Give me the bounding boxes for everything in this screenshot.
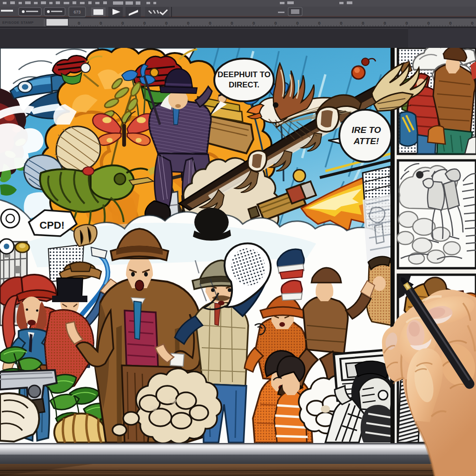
svg-text:IRE TO: IRE TO [352,125,381,135]
svg-text:0: 0 [449,20,451,26]
svg-text:0: 0 [143,20,145,26]
svg-text:0: 0 [165,20,167,26]
svg-text:CPD!: CPD! [40,219,65,231]
svg-text:0: 0 [362,20,364,26]
svg-text:0: 0 [274,20,277,26]
svg-text:DIRECT.: DIRECT. [229,80,259,89]
svg-text:0: 0 [296,20,298,26]
svg-text:0: 0 [231,20,233,26]
svg-text:0: 0 [209,20,211,26]
svg-text:0: 0 [340,20,342,26]
svg-text:0: 0 [99,20,102,26]
svg-text:0: 0 [318,20,320,26]
svg-text:DEEPHUIT TO: DEEPHUIT TO [218,70,271,79]
svg-text:EPISODE STAMP: EPISODE STAMP [2,20,34,25]
svg-text:0: 0 [427,20,430,26]
svg-text:0: 0 [78,20,80,26]
svg-text:0: 0 [405,20,408,26]
svg-text:0: 0 [252,20,255,26]
svg-text:0: 0 [121,20,124,26]
svg-text:ATTE!: ATTE! [353,136,379,146]
svg-text:0: 0 [187,20,189,26]
svg-text:673: 673 [73,10,80,14]
svg-text:0: 0 [471,20,473,26]
svg-text:0: 0 [383,20,386,26]
